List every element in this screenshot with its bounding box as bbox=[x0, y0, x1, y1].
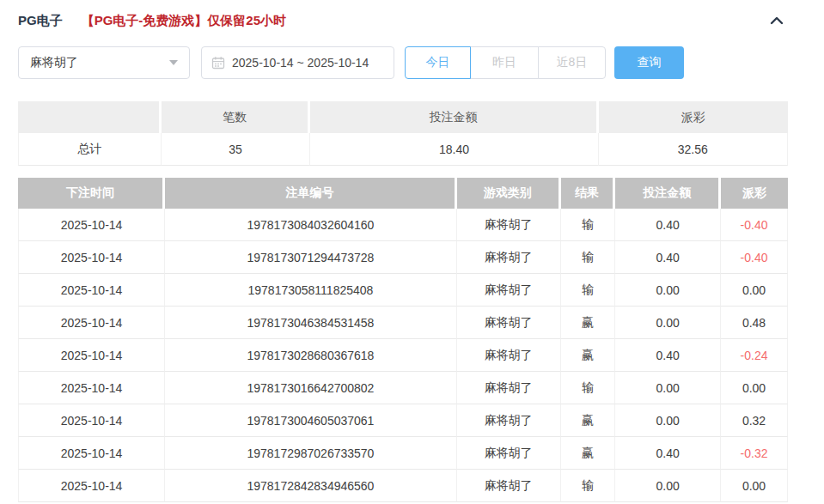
yesterday-button[interactable]: 昨日 bbox=[470, 46, 539, 79]
bet-amount: 0.40 bbox=[615, 241, 721, 274]
result: 赢 bbox=[561, 404, 616, 437]
game-category: 麻将胡了 bbox=[457, 209, 561, 241]
result: 输 bbox=[561, 470, 616, 502]
order-id: 1978173046384531458 bbox=[165, 307, 457, 339]
calendar-icon bbox=[211, 56, 225, 70]
detail-header-order-id: 注单编号 bbox=[165, 178, 457, 209]
payout: -0.40 bbox=[721, 241, 788, 274]
order-id: 1978173084032604160 bbox=[165, 209, 457, 241]
result: 输 bbox=[561, 209, 616, 241]
date-range-value: 2025-10-14 ~ 2025-10-14 bbox=[232, 56, 369, 70]
summary-total-row: 总计 35 18.40 32.56 bbox=[18, 133, 788, 166]
summary-total-count: 35 bbox=[162, 133, 311, 166]
detail-header-payout: 派彩 bbox=[721, 178, 788, 209]
game-category: 麻将胡了 bbox=[457, 274, 561, 307]
table-row: 2025-10-14 1978173058111825408 麻将胡了 输 0.… bbox=[18, 274, 788, 307]
game-select[interactable]: 麻将胡了 bbox=[18, 46, 190, 79]
table-row: 2025-10-14 1978173071294473728 麻将胡了 输 0.… bbox=[18, 241, 788, 274]
payout: -0.24 bbox=[721, 339, 788, 372]
detail-header-bet-time: 下注时间 bbox=[18, 178, 165, 209]
bet-date: 2025-10-14 bbox=[18, 339, 165, 372]
quick-date-button-group: 今日 昨日 近8日 bbox=[405, 46, 606, 79]
bet-date: 2025-10-14 bbox=[18, 470, 165, 502]
detail-header-row: 下注时间 注单编号 游戏类别 结果 投注金额 派彩 bbox=[18, 178, 788, 209]
table-row: 2025-10-14 1978173028680367618 麻将胡了 赢 0.… bbox=[18, 339, 788, 372]
game-category: 麻将胡了 bbox=[457, 470, 561, 502]
table-row: 2025-10-14 1978172987026733570 麻将胡了 赢 0.… bbox=[18, 437, 788, 470]
bet-amount: 0.40 bbox=[615, 339, 721, 372]
payout: 0.00 bbox=[721, 372, 788, 404]
bet-amount: 0.00 bbox=[615, 404, 721, 437]
bet-date: 2025-10-14 bbox=[18, 307, 165, 339]
bet-records-table: 下注时间 注单编号 游戏类别 结果 投注金额 派彩 2025-10-14 197… bbox=[18, 178, 788, 502]
today-button[interactable]: 今日 bbox=[405, 46, 471, 79]
bet-amount: 0.40 bbox=[615, 437, 721, 470]
table-row: 2025-10-14 1978173004605037061 麻将胡了 赢 0.… bbox=[18, 404, 788, 437]
game-category: 麻将胡了 bbox=[457, 307, 561, 339]
bet-date: 2025-10-14 bbox=[18, 209, 165, 241]
bet-amount: 0.00 bbox=[615, 307, 721, 339]
order-id: 1978173004605037061 bbox=[165, 404, 457, 437]
summary-header-payout: 派彩 bbox=[599, 101, 788, 133]
game-select-value: 麻将胡了 bbox=[30, 55, 78, 70]
game-category: 麻将胡了 bbox=[457, 372, 561, 404]
game-category: 麻将胡了 bbox=[457, 241, 561, 274]
order-id: 1978172842834946560 bbox=[165, 470, 457, 502]
game-category: 麻将胡了 bbox=[457, 437, 561, 470]
result: 赢 bbox=[561, 307, 616, 339]
detail-header-result: 结果 bbox=[561, 178, 616, 209]
bet-date: 2025-10-14 bbox=[18, 437, 165, 470]
bet-date: 2025-10-14 bbox=[18, 241, 165, 274]
order-id: 1978173058111825408 bbox=[165, 274, 457, 307]
date-range-input[interactable]: 2025-10-14 ~ 2025-10-14 bbox=[201, 46, 394, 79]
detail-header-bet-amount: 投注金额 bbox=[615, 178, 721, 209]
summary-table: 笔数 投注金额 派彩 总计 35 18.40 32.56 bbox=[18, 101, 788, 166]
order-id: 1978172987026733570 bbox=[165, 437, 457, 470]
summary-header-count: 笔数 bbox=[162, 101, 311, 133]
detail-table-body: 2025-10-14 1978173084032604160 麻将胡了 输 0.… bbox=[18, 209, 788, 502]
result: 输 bbox=[561, 241, 616, 274]
summary-header-row: 笔数 投注金额 派彩 bbox=[18, 101, 788, 133]
bet-amount: 0.00 bbox=[615, 372, 721, 404]
summary-total-payout: 32.56 bbox=[599, 133, 788, 166]
table-row: 2025-10-14 1978173046384531458 麻将胡了 赢 0.… bbox=[18, 307, 788, 339]
bet-amount: 0.00 bbox=[615, 274, 721, 307]
table-row: 2025-10-14 1978173016642700802 麻将胡了 输 0.… bbox=[18, 372, 788, 404]
payout: 0.00 bbox=[721, 274, 788, 307]
summary-header-blank bbox=[18, 101, 162, 133]
bet-date: 2025-10-14 bbox=[18, 274, 165, 307]
payout: -0.32 bbox=[721, 437, 788, 470]
bet-date: 2025-10-14 bbox=[18, 404, 165, 437]
result: 输 bbox=[561, 372, 616, 404]
order-id: 1978173016642700802 bbox=[165, 372, 457, 404]
table-row: 2025-10-14 1978172842834946560 麻将胡了 输 0.… bbox=[18, 470, 788, 502]
panel-header: PG电子 【PG电子-免费游戏】仅保留25小时 bbox=[18, 0, 788, 31]
summary-total-label: 总计 bbox=[18, 133, 162, 166]
chevron-up-icon bbox=[767, 11, 786, 30]
payout: 0.32 bbox=[721, 404, 788, 437]
game-category: 麻将胡了 bbox=[457, 404, 561, 437]
panel-notice: 【PG电子-免费游戏】仅保留25小时 bbox=[82, 13, 286, 29]
filter-row: 麻将胡了 2025-10-14 ~ 2025-10-14 今日 昨日 近8日 查… bbox=[18, 46, 788, 79]
summary-header-bet-amount: 投注金额 bbox=[310, 101, 598, 133]
collapse-button[interactable] bbox=[767, 11, 788, 30]
bet-amount: 0.00 bbox=[615, 470, 721, 502]
result: 输 bbox=[561, 274, 616, 307]
summary-total-bet-amount: 18.40 bbox=[310, 133, 598, 166]
payout: 0.00 bbox=[721, 470, 788, 502]
query-button[interactable]: 查询 bbox=[614, 46, 684, 79]
payout: 0.48 bbox=[721, 307, 788, 339]
pg-games-panel: PG电子 【PG电子-免费游戏】仅保留25小时 麻将胡了 2025-10-14 … bbox=[18, 0, 788, 502]
last-8-days-button[interactable]: 近8日 bbox=[538, 46, 606, 79]
payout: -0.40 bbox=[721, 209, 788, 241]
order-id: 1978173071294473728 bbox=[165, 241, 457, 274]
bet-amount: 0.40 bbox=[615, 209, 721, 241]
bet-date: 2025-10-14 bbox=[18, 372, 165, 404]
chevron-down-icon bbox=[169, 60, 178, 65]
table-row: 2025-10-14 1978173084032604160 麻将胡了 输 0.… bbox=[18, 209, 788, 241]
result: 赢 bbox=[561, 437, 616, 470]
game-category: 麻将胡了 bbox=[457, 339, 561, 372]
result: 赢 bbox=[561, 339, 616, 372]
panel-title: PG电子 bbox=[18, 13, 63, 29]
order-id: 1978173028680367618 bbox=[165, 339, 457, 372]
